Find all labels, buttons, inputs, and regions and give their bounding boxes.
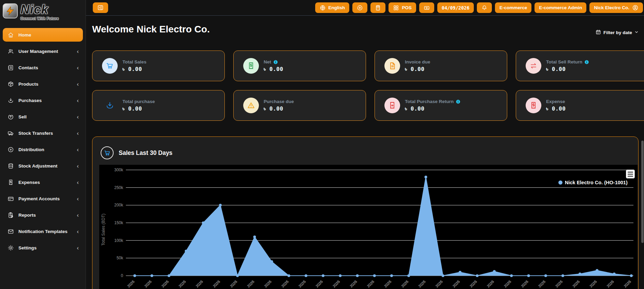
cash-register-button[interactable] bbox=[419, 2, 434, 13]
scrollbar-thumb[interactable] bbox=[641, 141, 644, 243]
svg-text:50k: 50k bbox=[117, 256, 123, 260]
database-icon bbox=[8, 163, 14, 169]
grid-icon bbox=[393, 5, 399, 11]
stat-cards: Total Sales৳ 0.00Net৳ 0.00Invoice due৳ 0… bbox=[92, 50, 644, 121]
chevron-left-icon: ‹ bbox=[77, 163, 79, 169]
sidebar-item-label: User Management bbox=[18, 49, 58, 54]
svg-text:300k: 300k bbox=[114, 168, 123, 172]
clipboard-icon bbox=[8, 212, 14, 218]
receipt-dollar-icon bbox=[243, 58, 259, 74]
stat-card-total-purchase: Total purchase৳ 0.00 bbox=[92, 90, 225, 121]
brand-logo: Nick Connect With Future bbox=[0, 0, 86, 25]
brand-tagline: Connect With Future bbox=[20, 16, 59, 20]
sidebar-item-reports[interactable]: Reports‹ bbox=[3, 208, 83, 222]
sidebar-item-label: Settings bbox=[18, 245, 36, 250]
download-tray-icon bbox=[102, 98, 118, 113]
receipt-dollar-icon bbox=[247, 62, 255, 70]
sidebar-item-label: Distribution bbox=[18, 147, 44, 152]
lightning-icon bbox=[5, 6, 15, 16]
filter-by-date-label: Filter by date bbox=[603, 30, 632, 35]
sidebar-item-home[interactable]: Home bbox=[3, 28, 83, 42]
chevron-left-icon: ‹ bbox=[77, 212, 79, 218]
ecommerce-admin-button-label: E-commerce Admin bbox=[539, 5, 582, 10]
notifications-button[interactable] bbox=[477, 2, 492, 13]
pos-button[interactable]: POS bbox=[389, 2, 416, 13]
stat-card-value: ৳ 0.00 bbox=[122, 105, 155, 112]
stat-card-value: ৳ 0.00 bbox=[122, 66, 146, 72]
stat-card-label: Net bbox=[264, 59, 271, 64]
sidebar-item-sell[interactable]: Sell‹ bbox=[3, 110, 83, 124]
sidebar-item-label: Stock Transfers bbox=[18, 131, 53, 136]
sidebar-item-expenses[interactable]: Expenses‹ bbox=[3, 175, 83, 189]
svg-text:Total Sales (BDT): Total Sales (BDT) bbox=[101, 214, 106, 246]
calculator-icon bbox=[375, 5, 381, 11]
stat-card-value: ৳ 0.00 bbox=[264, 105, 294, 112]
ecommerce-admin-button[interactable]: E-commerce Admin bbox=[535, 2, 586, 13]
chart-menu-button[interactable] bbox=[626, 170, 635, 178]
svg-text:150k: 150k bbox=[114, 220, 123, 225]
panel-collapse-icon bbox=[97, 4, 104, 11]
receipt-return-icon bbox=[384, 98, 400, 113]
sidebar-item-distribution[interactable]: Distribution‹ bbox=[3, 143, 83, 156]
svg-text:200k: 200k bbox=[114, 203, 123, 207]
sidebar-item-label: Contacts bbox=[18, 65, 38, 70]
file-invoice-icon bbox=[384, 58, 400, 74]
sidebar-item-stock-transfers[interactable]: Stock Transfers‹ bbox=[3, 126, 83, 140]
info-icon bbox=[273, 60, 278, 64]
ecommerce-button[interactable]: E-commerce bbox=[495, 2, 531, 13]
date-display[interactable]: 04/09/2026 bbox=[437, 2, 474, 13]
sidebar-item-stock-adjustment[interactable]: Stock Adjustment‹ bbox=[3, 159, 83, 173]
stat-card-total-sales: Total Sales৳ 0.00 bbox=[92, 50, 225, 81]
info-icon bbox=[456, 99, 460, 104]
cart-icon bbox=[106, 62, 114, 70]
sidebar-toggle-button[interactable] bbox=[93, 2, 108, 13]
chevron-down-icon bbox=[634, 30, 639, 35]
stat-card-net: Net৳ 0.00 bbox=[233, 50, 366, 81]
truck-icon bbox=[8, 130, 14, 136]
filter-by-date[interactable]: Filter by date bbox=[596, 29, 639, 36]
chevron-left-icon: ‹ bbox=[77, 179, 79, 185]
add-button[interactable] bbox=[352, 2, 367, 13]
sidebar-item-notification-templates[interactable]: Notification Templates‹ bbox=[3, 225, 83, 238]
topbar-actions: EnglishPOS04/09/2026E-commerceE-commerce… bbox=[315, 2, 644, 13]
stat-card-label: Expense bbox=[546, 99, 565, 104]
sidebar-item-label: Products bbox=[18, 82, 39, 87]
svg-text:0: 0 bbox=[121, 273, 123, 278]
sales-panel: Sales Last 30 Days 050k100k150k200k250k3… bbox=[92, 136, 639, 289]
chart-title: Sales Last 30 Days bbox=[119, 149, 173, 157]
sidebar-item-purchases[interactable]: Purchases‹ bbox=[3, 93, 83, 107]
home-icon bbox=[8, 32, 14, 38]
stat-card-value: ৳ 0.00 bbox=[546, 66, 589, 72]
sidebar-item-label: Stock Adjustment bbox=[18, 163, 57, 169]
user-menu-button[interactable]: Nick Electro Co. bbox=[589, 2, 643, 13]
sidebar-item-products[interactable]: Products‹ bbox=[3, 77, 83, 91]
receipt-dollar-icon bbox=[8, 179, 14, 186]
stat-card-label: Purchase due bbox=[264, 99, 294, 104]
page-title: Welcome Nick Electro Co. bbox=[92, 24, 210, 35]
sidebar-item-contacts[interactable]: Contacts‹ bbox=[3, 61, 83, 74]
envelope-icon bbox=[8, 228, 14, 235]
warning-icon bbox=[243, 98, 259, 113]
brand-name: Nick bbox=[20, 3, 59, 16]
credit-card-icon bbox=[8, 196, 14, 202]
swap-arrows-icon bbox=[526, 58, 541, 74]
sidebar-nav: HomeUser Management‹Contacts‹Products‹Pu… bbox=[0, 28, 86, 255]
cash-icon bbox=[424, 5, 430, 11]
chevron-left-icon: ‹ bbox=[77, 114, 79, 120]
chevron-left-icon: ‹ bbox=[77, 98, 79, 103]
ecommerce-button-label: E-commerce bbox=[499, 5, 527, 10]
sidebar-item-user-management[interactable]: User Management‹ bbox=[3, 44, 83, 58]
globe-icon bbox=[320, 5, 326, 11]
sidebar-item-label: Reports bbox=[18, 213, 36, 218]
user-menu-button-label: Nick Electro Co. bbox=[594, 5, 629, 10]
calculator-button[interactable] bbox=[370, 2, 385, 13]
gear-icon bbox=[8, 245, 14, 251]
scrollbar[interactable] bbox=[641, 0, 644, 289]
language-button[interactable]: English bbox=[315, 2, 350, 13]
receipt-dollar-icon bbox=[526, 98, 541, 113]
sidebar-item-settings[interactable]: Settings‹ bbox=[3, 241, 83, 255]
sidebar-item-payment-accounts[interactable]: Payment Accounts‹ bbox=[3, 192, 83, 205]
info-icon bbox=[584, 60, 589, 64]
svg-text:Nick Electro Co. (HO-1001): Nick Electro Co. (HO-1001) bbox=[565, 180, 628, 185]
sales-chart-svg: 050k100k150k200k250k300kTotal Sales (BDT… bbox=[99, 165, 638, 289]
